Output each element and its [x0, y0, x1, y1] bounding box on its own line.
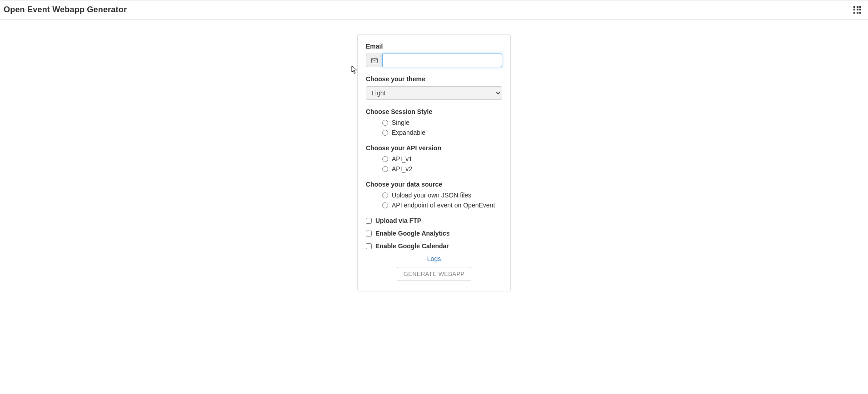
- theme-label: Choose your theme: [366, 75, 502, 83]
- ga-checkbox[interactable]: [366, 231, 372, 236]
- data-source-api-label: API endpoint of event on OpenEvent: [392, 202, 495, 209]
- ftp-checkbox[interactable]: [366, 218, 372, 224]
- data-source-upload-radio[interactable]: [382, 192, 388, 198]
- logs-link[interactable]: -Logs-: [425, 255, 443, 262]
- generate-webapp-button[interactable]: GENERATE WEBAPP: [397, 267, 471, 281]
- data-source-upload-label: Upload your own JSON files: [392, 192, 471, 199]
- email-input[interactable]: [382, 54, 502, 67]
- api-v2-label: API_v2: [392, 165, 412, 172]
- data-source-section: Choose your data source Upload your own …: [366, 181, 502, 209]
- api-v2-radio[interactable]: [382, 166, 388, 172]
- session-style-expandable[interactable]: Expandable: [382, 129, 502, 136]
- apps-grid-icon[interactable]: [853, 6, 862, 14]
- logs-link-wrap: -Logs-: [366, 255, 502, 262]
- session-style-single-label: Single: [392, 119, 409, 126]
- api-v1-label: API_v1: [392, 155, 412, 163]
- submit-wrap: GENERATE WEBAPP: [366, 267, 502, 281]
- session-style-radios: Single Expandable: [366, 119, 502, 136]
- ftp-label: Upload via FTP: [375, 217, 421, 224]
- api-version-label: Choose your API version: [366, 144, 502, 152]
- ftp-toggle[interactable]: Upload via FTP: [366, 217, 502, 224]
- page-title: Open Event Webapp Generator: [4, 5, 127, 15]
- session-style-expandable-label: Expandable: [392, 129, 425, 136]
- data-source-radios: Upload your own JSON files API endpoint …: [366, 192, 502, 209]
- page-body: Email Choose your theme Light Choose Ses…: [0, 20, 868, 319]
- session-style-single[interactable]: Single: [382, 119, 502, 126]
- theme-section: Choose your theme Light: [366, 75, 502, 100]
- email-section: Email: [366, 43, 502, 67]
- api-v2[interactable]: API_v2: [382, 165, 502, 172]
- ga-label: Enable Google Analytics: [375, 230, 450, 237]
- gcal-toggle[interactable]: Enable Google Calendar: [366, 242, 502, 250]
- api-v1-radio[interactable]: [382, 156, 388, 162]
- session-style-section: Choose Session Style Single Expandable: [366, 108, 502, 136]
- email-input-group: [366, 54, 502, 67]
- data-source-api[interactable]: API endpoint of event on OpenEvent: [382, 202, 502, 209]
- ga-toggle[interactable]: Enable Google Analytics: [366, 230, 502, 237]
- envelope-icon: [366, 54, 382, 67]
- theme-select[interactable]: Light: [366, 86, 502, 100]
- session-style-label: Choose Session Style: [366, 108, 502, 115]
- data-source-label: Choose your data source: [366, 181, 502, 188]
- api-version-radios: API_v1 API_v2: [366, 155, 502, 172]
- data-source-api-radio[interactable]: [382, 202, 388, 208]
- gcal-label: Enable Google Calendar: [375, 242, 449, 250]
- gcal-checkbox[interactable]: [366, 243, 372, 249]
- session-style-expandable-radio[interactable]: [382, 130, 388, 136]
- form-card: Email Choose your theme Light Choose Ses…: [357, 34, 511, 291]
- data-source-upload[interactable]: Upload your own JSON files: [382, 192, 502, 199]
- header-bar: Open Event Webapp Generator: [0, 0, 868, 20]
- api-version-section: Choose your API version API_v1 API_v2: [366, 144, 502, 172]
- api-v1[interactable]: API_v1: [382, 155, 502, 163]
- email-label: Email: [366, 43, 502, 50]
- session-style-single-radio[interactable]: [382, 120, 388, 126]
